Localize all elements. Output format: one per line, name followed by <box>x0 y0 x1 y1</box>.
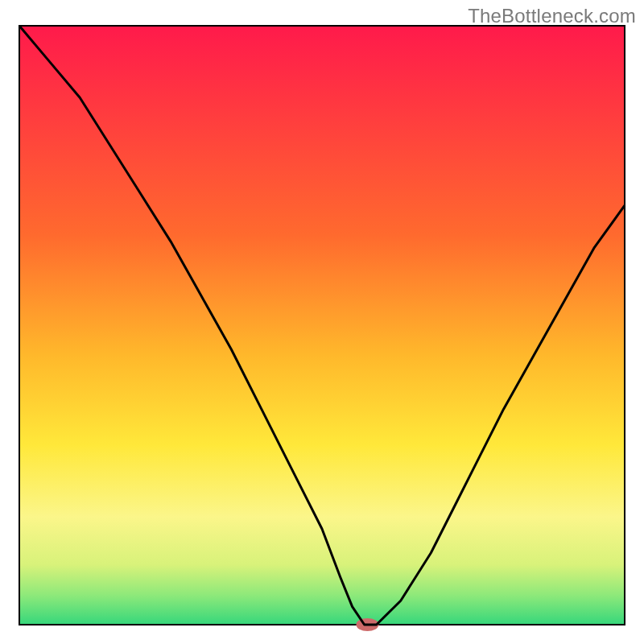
plot-background <box>19 26 625 625</box>
bottleneck-chart <box>0 0 644 644</box>
chart-container: TheBottleneck.com <box>0 0 644 644</box>
watermark-text: TheBottleneck.com <box>468 5 636 27</box>
